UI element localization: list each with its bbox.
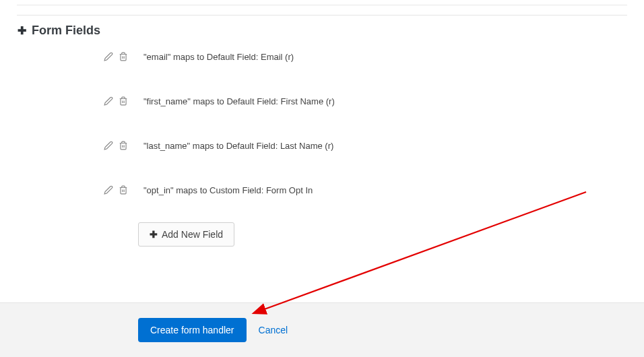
expand-icon[interactable]: ✚	[17, 24, 26, 37]
field-mapping-text: "first_name" maps to Default Field: Firs…	[143, 96, 335, 106]
footer-bar: Create form handler Cancel	[0, 302, 644, 357]
edit-icon[interactable]	[103, 96, 114, 106]
add-field-button[interactable]: ✚ Add New Field	[138, 222, 234, 247]
plus-icon: ✚	[150, 229, 158, 240]
field-row: "email" maps to Default Field: Email (r)	[103, 51, 627, 62]
field-row: "first_name" maps to Default Field: Firs…	[103, 96, 627, 106]
field-row: "last_name" maps to Default Field: Last …	[103, 140, 627, 151]
edit-icon[interactable]	[103, 185, 114, 195]
section-header: ✚ Form Fields	[17, 15, 627, 38]
trash-icon[interactable]	[118, 51, 129, 62]
cancel-link[interactable]: Cancel	[259, 325, 288, 335]
create-form-handler-button[interactable]: Create form handler	[138, 318, 247, 342]
trash-icon[interactable]	[118, 140, 129, 151]
field-mapping-text: "email" maps to Default Field: Email (r)	[143, 52, 294, 62]
section-title: Form Fields	[32, 24, 100, 38]
field-row: "opt_in" maps to Custom Field: Form Opt …	[103, 185, 627, 195]
trash-icon[interactable]	[118, 185, 129, 195]
field-mapping-text: "opt_in" maps to Custom Field: Form Opt …	[143, 185, 313, 195]
add-field-label: Add New Field	[162, 229, 223, 240]
edit-icon[interactable]	[103, 140, 114, 151]
edit-icon[interactable]	[103, 51, 114, 62]
form-fields-section: ✚ Form Fields "email" maps to Default Fi…	[0, 5, 644, 247]
trash-icon[interactable]	[118, 96, 129, 106]
field-list: "email" maps to Default Field: Email (r)…	[17, 51, 627, 195]
field-mapping-text: "last_name" maps to Default Field: Last …	[143, 141, 333, 151]
